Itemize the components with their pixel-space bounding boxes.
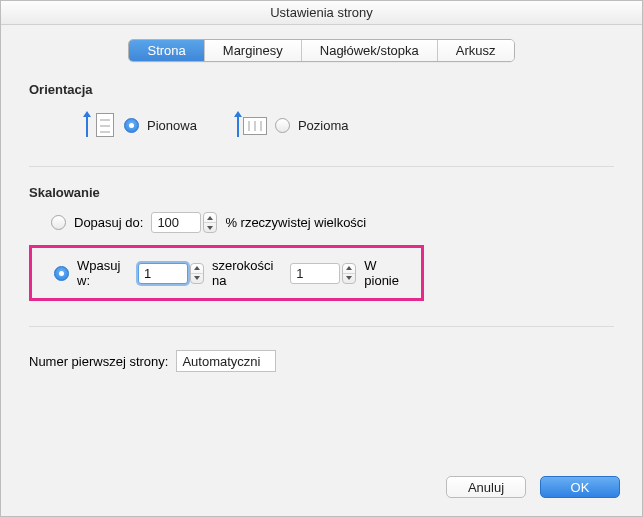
adjust-to-row: Dopasuj do: % rzeczywistej wielkości xyxy=(29,212,614,233)
chevron-down-icon xyxy=(207,226,213,230)
orientation-portrait-group[interactable]: Pionowa xyxy=(84,109,197,141)
tab-headerfooter[interactable]: Nagłówek/stopka xyxy=(302,40,438,61)
fit-tall-stepper xyxy=(290,263,356,284)
tab-sheet[interactable]: Arkusz xyxy=(438,40,514,61)
divider xyxy=(29,326,614,327)
fit-middle-label: szerokości na xyxy=(212,258,282,288)
window-title: Ustawienia strony xyxy=(1,1,642,25)
adjust-to-stepper xyxy=(151,212,217,233)
landscape-icon xyxy=(235,109,267,141)
divider xyxy=(29,166,614,167)
scaling-heading: Skalowanie xyxy=(29,185,614,200)
tab-margins[interactable]: Marginesy xyxy=(205,40,302,61)
first-page-label: Numer pierwszej strony: xyxy=(29,354,168,369)
chevron-up-icon xyxy=(194,266,200,270)
page-setup-dialog: Ustawienia strony Strona Marginesy Nagłó… xyxy=(0,0,643,517)
orientation-heading: Orientacja xyxy=(29,82,614,97)
tab-bar: Strona Marginesy Nagłówek/stopka Arkusz xyxy=(128,39,514,62)
chevron-down-icon xyxy=(194,276,200,280)
fit-tall-spinbuttons[interactable] xyxy=(342,263,356,284)
fit-wide-stepper xyxy=(138,263,204,284)
first-page-row: Numer pierwszej strony: xyxy=(29,345,614,372)
adjust-to-input[interactable] xyxy=(151,212,201,233)
adjust-to-suffix: % rzeczywistej wielkości xyxy=(225,215,366,230)
fit-wide-spinbuttons[interactable] xyxy=(190,263,204,284)
adjust-to-label: Dopasuj do: xyxy=(74,215,143,230)
radio-adjust-to[interactable] xyxy=(51,215,66,230)
radio-portrait[interactable] xyxy=(124,118,139,133)
radio-fit-to[interactable] xyxy=(54,266,69,281)
fit-tall-input[interactable] xyxy=(290,263,340,284)
fit-wide-input[interactable] xyxy=(138,263,188,284)
dialog-footer: Anuluj OK xyxy=(446,476,620,498)
adjust-to-spinbuttons[interactable] xyxy=(203,212,217,233)
chevron-up-icon xyxy=(346,266,352,270)
fit-suffix-label: W pionie xyxy=(364,258,409,288)
radio-portrait-label: Pionowa xyxy=(147,118,197,133)
ok-button[interactable]: OK xyxy=(540,476,620,498)
radio-landscape-label: Pozioma xyxy=(298,118,349,133)
chevron-down-icon xyxy=(346,276,352,280)
cancel-button[interactable]: Anuluj xyxy=(446,476,526,498)
radio-landscape[interactable] xyxy=(275,118,290,133)
orientation-landscape-group[interactable]: Pozioma xyxy=(235,109,349,141)
first-page-input[interactable] xyxy=(176,350,276,372)
fit-to-highlight: Wpasuj w: szerokości na W pionie xyxy=(29,245,424,301)
fit-to-label: Wpasuj w: xyxy=(77,258,130,288)
portrait-icon xyxy=(84,109,116,141)
chevron-up-icon xyxy=(207,216,213,220)
tab-page[interactable]: Strona xyxy=(129,40,204,61)
